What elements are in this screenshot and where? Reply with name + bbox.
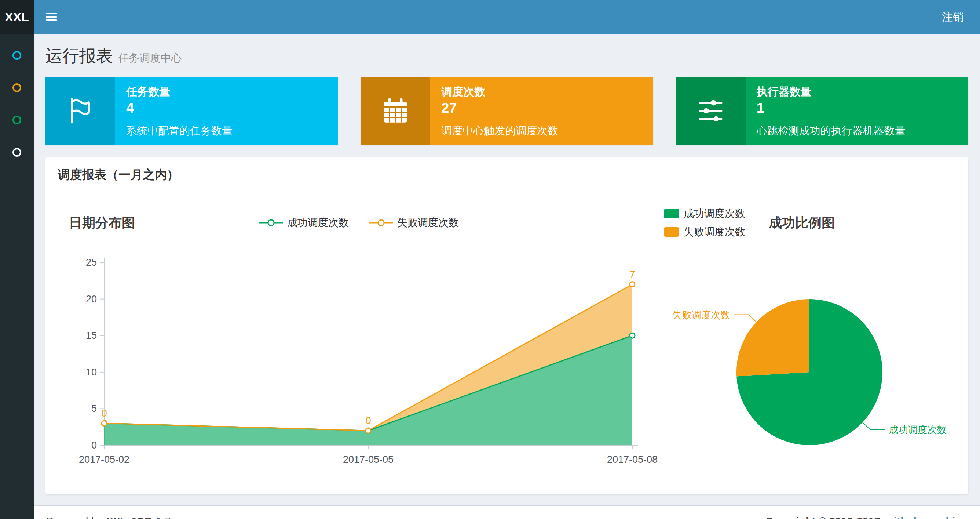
x-tick-label: 2017-05-02	[79, 454, 129, 465]
area-chart-canvas: 05101520252017-05-022017-05-052017-05-08…	[56, 240, 662, 482]
page-title: 运行报表	[46, 45, 113, 67]
y-tick-label: 5	[91, 403, 97, 414]
version-text: 1.7	[156, 515, 170, 519]
product-name: XXL-JOB	[106, 515, 152, 519]
line-marker-icon	[369, 219, 393, 227]
calendar-icon	[381, 97, 410, 125]
divider	[126, 120, 338, 120]
page-subtitle: 任务调度中心	[118, 51, 182, 66]
pie-slice	[737, 299, 810, 377]
panel-body: 日期分布图 成功调度次数	[46, 193, 968, 494]
sidebar-item-2[interactable]	[0, 83, 34, 93]
circle-icon	[13, 51, 21, 60]
info-box-task-count: 任务数量 4 系统中配置的任务数量	[46, 77, 338, 145]
info-box-desc: 调度中心触发的调度次数	[441, 124, 653, 138]
pie-slice-label: 成功调度次数	[889, 424, 946, 435]
github-link[interactable]: github	[888, 515, 920, 519]
flag-icon	[66, 97, 95, 125]
report-panel: 调度报表（一月之内） 日期分布图	[46, 157, 968, 494]
copyright-text: Copyright © 2015-2017	[765, 515, 880, 519]
data-point-fail	[102, 421, 107, 426]
sidebar-item-1[interactable]	[0, 51, 34, 60]
pie-label-line	[862, 422, 885, 430]
divider	[757, 120, 968, 120]
data-point-label: 0	[101, 407, 107, 419]
sidebar	[0, 34, 34, 519]
powered-by-text: Powered by	[46, 515, 102, 519]
legend-item-fail[interactable]: 失败调度次数	[664, 225, 745, 239]
chart-title: 日期分布图	[69, 214, 135, 232]
app-logo[interactable]: XXL	[0, 0, 34, 34]
data-point-success	[630, 333, 635, 338]
sidebar-toggle-button[interactable]	[34, 0, 69, 34]
info-box-content: 任务数量 4 系统中配置的任务数量	[115, 77, 338, 145]
legend-label: 成功调度次数	[684, 207, 745, 220]
line-marker-icon	[259, 219, 283, 227]
circle-icon	[13, 148, 21, 157]
info-box-content: 执行器数量 1 心跳检测成功的执行器机器数量	[746, 77, 968, 145]
oschina-link[interactable]: oschina	[927, 515, 967, 519]
info-box-desc: 心跳检测成功的执行器机器数量	[757, 124, 968, 138]
y-tick-label: 0	[91, 440, 97, 451]
hamburger-icon	[46, 11, 57, 23]
info-box-row: 任务数量 4 系统中配置的任务数量	[46, 77, 968, 145]
info-box-icon-area	[676, 77, 746, 145]
info-box-icon-area	[46, 77, 115, 145]
footer-powered-by: Powered by XXL-JOB 1.7	[46, 515, 170, 519]
x-tick-label: 2017-05-08	[607, 454, 658, 465]
info-box-value: 4	[126, 100, 338, 116]
legend-label: 失败调度次数	[397, 216, 459, 230]
info-box-trigger-count: 调度次数 27 调度中心触发的调度次数	[361, 77, 653, 145]
date-distribution-chart: 日期分布图 成功调度次数	[56, 206, 662, 484]
sidebar-item-4[interactable]	[0, 148, 34, 157]
pie-chart-canvas: 成功调度次数失败调度次数	[662, 249, 957, 484]
sliders-icon	[697, 97, 725, 125]
circle-icon	[13, 83, 21, 92]
footer-copyright: Copyright © 2015-2017 github oschina	[765, 515, 967, 519]
success-ratio-chart: 成功调度次数 失败调度次数 成功比例图 成功调度次数失败调度次数	[662, 206, 957, 484]
legend-item-fail[interactable]: 失败调度次数	[369, 216, 459, 230]
legend-label: 失败调度次数	[684, 225, 745, 239]
footer: Powered by XXL-JOB 1.7 Copyright © 2015-…	[34, 505, 980, 519]
pie-slice-label: 失败调度次数	[672, 310, 730, 321]
top-navbar: XXL 注销	[0, 0, 980, 34]
logout-link[interactable]: 注销	[926, 0, 980, 34]
info-box-value: 1	[757, 100, 968, 116]
info-box-value: 27	[441, 100, 653, 116]
sidebar-item-3[interactable]	[0, 115, 34, 125]
legend-item-success[interactable]: 成功调度次数	[664, 207, 745, 220]
panel-title: 调度报表（一月之内）	[46, 157, 968, 193]
info-box-title: 执行器数量	[757, 85, 968, 99]
chart-title: 成功比例图	[769, 214, 835, 232]
x-tick-label: 2017-05-05	[343, 454, 393, 465]
info-box-icon-area	[361, 77, 430, 145]
info-box-title: 任务数量	[126, 85, 338, 99]
chart-header: 成功调度次数 失败调度次数 成功比例图	[662, 206, 957, 240]
legend-item-success[interactable]: 成功调度次数	[259, 216, 349, 230]
pie-chart-legend: 成功调度次数 失败调度次数	[664, 207, 745, 239]
data-point-fail	[630, 282, 635, 287]
page-header: 运行报表 任务调度中心	[46, 45, 968, 67]
y-tick-label: 15	[86, 330, 97, 341]
data-point-fail	[366, 428, 371, 433]
line-chart-legend: 成功调度次数 失败调度次数	[259, 216, 459, 230]
chart-header: 日期分布图 成功调度次数	[56, 206, 662, 240]
legend-swatch-icon	[664, 209, 679, 219]
info-box-title: 调度次数	[441, 85, 653, 99]
y-tick-label: 10	[86, 367, 97, 378]
y-tick-label: 25	[86, 257, 97, 268]
info-box-desc: 系统中配置的任务数量	[126, 124, 338, 138]
info-box-content: 调度次数 27 调度中心触发的调度次数	[430, 77, 653, 145]
pie-label-line	[733, 315, 756, 322]
y-tick-label: 20	[86, 294, 97, 305]
circle-icon	[13, 116, 21, 125]
legend-label: 成功调度次数	[287, 216, 349, 230]
data-point-label: 7	[629, 269, 635, 280]
data-point-label: 0	[365, 415, 371, 426]
divider	[441, 120, 653, 120]
info-box-executor-count: 执行器数量 1 心跳检测成功的执行器机器数量	[676, 77, 968, 145]
legend-swatch-icon	[664, 227, 679, 237]
